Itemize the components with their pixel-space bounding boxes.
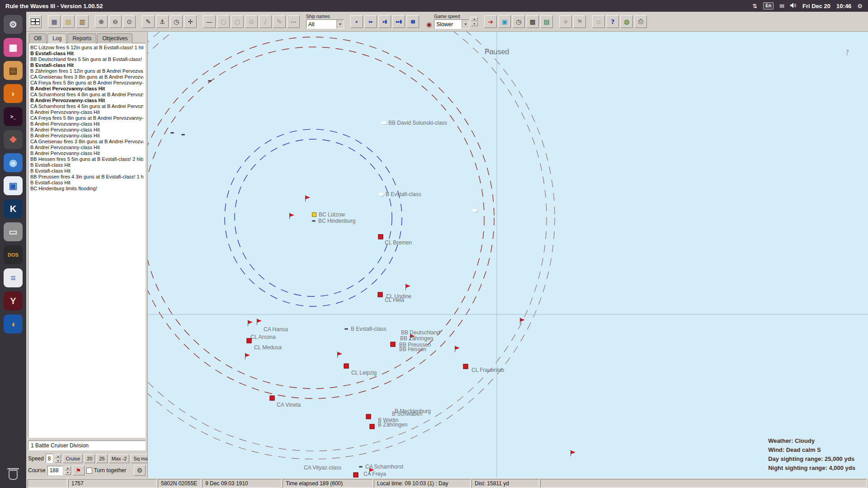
toolbar-print-button[interactable]: ⎙ xyxy=(634,15,647,28)
ship-flag-marker[interactable] xyxy=(248,320,253,326)
dock-item-browser[interactable]: ◉ xyxy=(4,153,23,172)
tab-objectives[interactable]: Objectives xyxy=(97,33,132,43)
toolbar-layers-button[interactable]: ▩ xyxy=(526,15,539,28)
toolbar-advance-turn-button[interactable]: ➔ xyxy=(484,15,497,28)
toolbar-time-step-2-button[interactable]: ▸▸ xyxy=(364,15,377,28)
ship-flag-marker[interactable] xyxy=(245,353,250,359)
chevron-down-icon[interactable]: ▼ xyxy=(336,20,344,28)
ship-names-dropdown[interactable]: All▼ xyxy=(306,19,344,29)
ship-flag-marker[interactable] xyxy=(520,318,525,324)
speed-up-button[interactable]: ▲ xyxy=(55,454,61,458)
speed-cruise-button[interactable]: Cruise xyxy=(63,454,83,463)
ship-flag-marker[interactable] xyxy=(406,284,411,290)
volume-icon[interactable] xyxy=(790,3,797,9)
game-speed-dropdown[interactable]: Slower▼ xyxy=(434,19,469,29)
ship-square-marker[interactable] xyxy=(270,396,275,401)
toolbar-fleet-status-button[interactable]: ▥ xyxy=(76,15,89,28)
toolbar-range-none-button[interactable]: — xyxy=(203,15,216,28)
network-arrows-icon[interactable]: ⇅ xyxy=(752,3,757,9)
toolbar-bearing-line-button[interactable]: ∕ xyxy=(259,15,272,28)
ship-hull-marker[interactable] xyxy=(344,328,348,330)
smoke-marker[interactable] xyxy=(381,122,387,125)
tab-log[interactable]: Log xyxy=(47,33,66,43)
toolbar-range-medium-button[interactable]: ○ xyxy=(231,15,244,28)
toolbar-draw-tool-button[interactable]: ✎ xyxy=(142,15,155,28)
dock-item-firefox-dev[interactable]: ◖ xyxy=(4,314,23,333)
course-up-button[interactable]: ▲ xyxy=(65,466,71,470)
game-speed-spinner-up-button[interactable]: ▲ xyxy=(471,17,478,21)
ship-square-marker[interactable] xyxy=(344,364,349,369)
dock-item-trash[interactable] xyxy=(4,465,23,484)
ship-flag-marker[interactable] xyxy=(571,450,576,456)
dock-item-dosbox[interactable]: DOS xyxy=(4,245,23,264)
course-down-button[interactable]: ▼ xyxy=(65,471,71,475)
toolbar-formation-b-button[interactable]: ⚑ xyxy=(573,15,586,28)
tab-reports[interactable]: Reports xyxy=(67,33,96,43)
selected-ship-marker[interactable] xyxy=(312,212,316,217)
toolbar-range-large-button[interactable]: ⊙ xyxy=(245,15,258,28)
dock-item-wine[interactable]: Y xyxy=(4,291,23,310)
toolbar-time-step-4-button[interactable]: ▸▸▮ xyxy=(392,15,405,28)
toolbar-menu-flag-button[interactable] xyxy=(29,15,42,28)
toolbar-more-tools-button[interactable]: ⋯ xyxy=(287,15,300,28)
ship-square-marker[interactable] xyxy=(391,342,396,347)
toolbar-compass-button[interactable]: ✛ xyxy=(184,15,197,28)
toolbar-world-view-button[interactable]: ◍ xyxy=(620,15,633,28)
toolbar-zoom-out-button[interactable]: ⊖ xyxy=(109,15,122,28)
dock-item-settings[interactable]: ⚙ xyxy=(4,15,23,34)
session-gear-icon[interactable]: ⚙ xyxy=(857,3,863,9)
ship-square-marker[interactable] xyxy=(378,235,383,239)
ship-flag-marker[interactable] xyxy=(305,195,311,202)
toolbar-range-small-button[interactable]: ○ xyxy=(217,15,230,28)
dock-item-file-cabinet[interactable]: ▤ xyxy=(4,61,23,80)
ship-hull-marker[interactable] xyxy=(312,221,316,222)
toolbar-signal-chart-button[interactable]: ▤ xyxy=(540,15,553,28)
speed-input[interactable]: 8 xyxy=(46,454,53,463)
clock-time[interactable]: 10:46 xyxy=(836,3,851,9)
dock-item-remote-viewer[interactable]: ▭ xyxy=(4,222,23,241)
smoke-marker[interactable] xyxy=(472,209,477,212)
toolbar-time-step-5-button[interactable]: ▮▮ xyxy=(406,15,419,28)
speed-25-button[interactable]: 25 xyxy=(96,454,107,463)
toolbar-signal-log-button[interactable]: ▤ xyxy=(62,15,75,28)
division-flag-button[interactable]: ⚑ xyxy=(73,465,85,475)
dock-item-terminal[interactable]: >_ xyxy=(4,107,23,126)
toolbar-formation-a-button[interactable]: ✛ xyxy=(559,15,572,28)
dock-item-software-center[interactable]: ❖ xyxy=(4,130,23,149)
speed-down-button[interactable]: ▼ xyxy=(55,459,61,463)
toolbar-zoom-in-button[interactable]: ⊕ xyxy=(95,15,108,28)
ship-square-marker[interactable] xyxy=(247,338,252,343)
dock-item-text-editor[interactable]: ≡ xyxy=(4,268,23,287)
dock-item-password-safe[interactable]: K xyxy=(4,199,23,218)
ship-hull-marker[interactable] xyxy=(359,466,363,468)
dock-item-screenshot-tool[interactable]: ▦ xyxy=(4,38,23,57)
keyboard-layout-indicator[interactable]: En xyxy=(763,2,774,9)
toolbar-map-screen-button[interactable]: ▣ xyxy=(498,15,511,28)
clock-date[interactable]: Fri Dec 20 xyxy=(802,3,830,9)
toolbar-anchor-button[interactable]: ⚓ xyxy=(156,15,169,28)
ship-square-marker[interactable] xyxy=(354,473,359,478)
toolbar-zoom-fit-button[interactable]: ⊙ xyxy=(123,15,136,28)
ship-hull-marker[interactable] xyxy=(170,132,174,134)
toolbar-extra-tool-button[interactable]: ▫ xyxy=(592,15,605,28)
toolbar-time-clock-button[interactable]: ◷ xyxy=(170,15,183,28)
ship-square-marker[interactable] xyxy=(463,364,468,369)
dock-item-firefox[interactable]: ◗ xyxy=(4,84,23,103)
toolbar-help-button[interactable]: ? xyxy=(606,15,619,28)
turn-together-checkbox[interactable] xyxy=(86,468,92,474)
smoke-marker[interactable] xyxy=(378,193,384,196)
dock-item-virtualbox[interactable]: ▣ xyxy=(4,176,23,195)
toolbar-plot-tool-button[interactable]: ✎ xyxy=(273,15,286,28)
tactical-map[interactable]: Paused ↑ Weather: CloudyWind: Dead calm … xyxy=(147,32,868,478)
speed-20-button[interactable]: 20 xyxy=(84,454,95,463)
chevron-down-icon[interactable]: ▼ xyxy=(462,20,469,28)
ship-square-marker[interactable] xyxy=(370,424,375,429)
toolbar-time-step-1-button[interactable]: ▸ xyxy=(350,15,363,28)
division-settings-button[interactable]: ⚙ xyxy=(134,465,146,476)
toolbar-time-step-3-button[interactable]: ▸▮ xyxy=(378,15,391,28)
toolbar-save-button[interactable]: ▦ xyxy=(48,15,61,28)
tab-ob[interactable]: OB xyxy=(29,33,47,43)
ship-flag-marker[interactable] xyxy=(455,346,460,352)
battle-log[interactable]: BC Lützow fires 6 12in guns at B Evstafi… xyxy=(28,43,146,438)
ship-hull-marker[interactable] xyxy=(208,80,212,82)
